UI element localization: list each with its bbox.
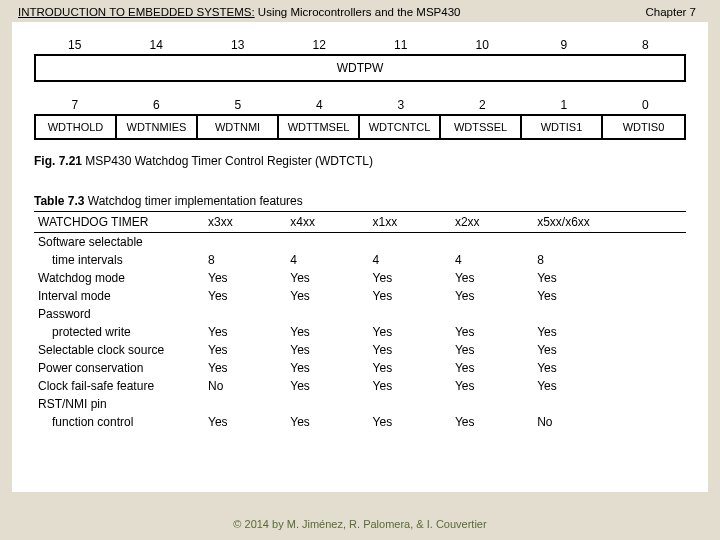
page-content: 15141312111098 WDTPW 76543210 WDTHOLDWDT… [12,22,708,492]
row-label: Selectable clock source [34,341,204,359]
table-cell: Yes [286,287,368,305]
bit-number: 13 [197,38,279,52]
table-cell: Yes [533,377,686,395]
table-cell: Yes [533,359,686,377]
bit-number: 0 [605,98,687,112]
register-field: WDTNMI [198,116,279,138]
table-cell [286,395,368,413]
title-prefix: INTRODUCTION TO EMBEDDED SYSTEMS: [18,6,255,18]
table-cell: 4 [286,251,368,269]
table-cell: Yes [369,341,451,359]
title-suffix: Using Microcontrollers and the MSP430 [255,6,461,18]
table-header-cell: x5xx/x6xx [533,212,686,233]
table-cell: Yes [451,413,533,431]
register-field: WDTHOLD [36,116,117,138]
register-row-low: WDTHOLDWDTNMIESWDTNMIWDTTMSELWDTCNTCLWDT… [34,114,686,140]
table-cell [286,305,368,323]
register-field: WDTIS0 [603,116,684,138]
table-cell [533,395,686,413]
table-cell [451,395,533,413]
figure-label: Fig. 7.21 [34,154,82,168]
table-cell: 4 [451,251,533,269]
table-row: time intervals84448 [34,251,686,269]
table-cell [204,395,286,413]
table-row: Watchdog modeYesYesYesYesYes [34,269,686,287]
bit-number: 2 [442,98,524,112]
table-cell: Yes [204,269,286,287]
figure-text: MSP430 Watchdog Timer Control Register (… [82,154,373,168]
table-cell: Yes [533,287,686,305]
register-field: WDTCNTCL [360,116,441,138]
table-cell: Yes [369,269,451,287]
table-header-cell: x4xx [286,212,368,233]
table-cell: Yes [369,323,451,341]
table-cell: Yes [369,377,451,395]
table-label: Table 7.3 [34,194,84,208]
bit-number: 12 [279,38,361,52]
table-cell: Yes [204,287,286,305]
table-cell [369,395,451,413]
register-field: WDTTMSEL [279,116,360,138]
table-cell: Yes [451,287,533,305]
table-cell: 8 [204,251,286,269]
bit-number: 4 [279,98,361,112]
table-row: Software selectable [34,233,686,252]
table-cell: Yes [286,377,368,395]
table-cell: No [204,377,286,395]
table-cell: Yes [533,269,686,287]
bit-number: 9 [523,38,605,52]
table-cell: No [533,413,686,431]
table-header-cell: x3xx [204,212,286,233]
table-row: protected writeYesYesYesYesYes [34,323,686,341]
table-row: RST/NMI pin [34,395,686,413]
table-cell: Yes [204,341,286,359]
chapter-label: Chapter 7 [645,6,696,18]
table-header-cell: WATCHDOG TIMER [34,212,204,233]
register-field: WDTNMIES [117,116,198,138]
bit-numbers-low: 76543210 [34,98,686,112]
table-cell: Yes [286,413,368,431]
table-cell: Yes [451,377,533,395]
bit-number: 6 [116,98,198,112]
reg-high-label: WDTPW [36,61,684,75]
row-label: Password [34,305,204,323]
table-header-row: WATCHDOG TIMERx3xxx4xxx1xxx2xxx5xx/x6xx [34,212,686,233]
row-label: Interval mode [34,287,204,305]
row-label: function control [34,413,204,431]
table-cell [204,305,286,323]
table-cell: Yes [369,413,451,431]
table-caption-text: Watchdog timer implementation features [84,194,302,208]
table-cell: Yes [204,323,286,341]
table-row: function controlYesYesYesYesNo [34,413,686,431]
table-cell: Yes [369,287,451,305]
table-row: Password [34,305,686,323]
table-cell [369,305,451,323]
copyright-footer: © 2014 by M. Jiménez, R. Palomera, & I. … [0,518,720,530]
bit-number: 8 [605,38,687,52]
page-header: INTRODUCTION TO EMBEDDED SYSTEMS: Using … [0,0,720,22]
register-field: WDTSSEL [441,116,522,138]
table-caption: Table 7.3 Watchdog timer implementation … [34,194,686,212]
table-cell: Yes [451,323,533,341]
table-cell [533,233,686,252]
table-cell: Yes [533,341,686,359]
bit-number: 5 [197,98,279,112]
table-cell: Yes [451,341,533,359]
row-label: time intervals [34,251,204,269]
bit-number: 14 [116,38,198,52]
table-cell: 4 [369,251,451,269]
bit-number: 3 [360,98,442,112]
table-cell [286,233,368,252]
table-cell: Yes [204,413,286,431]
table-cell: Yes [286,269,368,287]
table-row: Clock fail-safe featureNoYesYesYesYes [34,377,686,395]
table-row: Interval modeYesYesYesYesYes [34,287,686,305]
row-label: Clock fail-safe feature [34,377,204,395]
bit-numbers-high: 15141312111098 [34,38,686,52]
table-cell: Yes [286,341,368,359]
register-field: WDTIS1 [522,116,603,138]
features-table: WATCHDOG TIMERx3xxx4xxx1xxx2xxx5xx/x6xx … [34,212,686,431]
table-cell: Yes [451,269,533,287]
table-cell: Yes [286,323,368,341]
table-cell [451,233,533,252]
